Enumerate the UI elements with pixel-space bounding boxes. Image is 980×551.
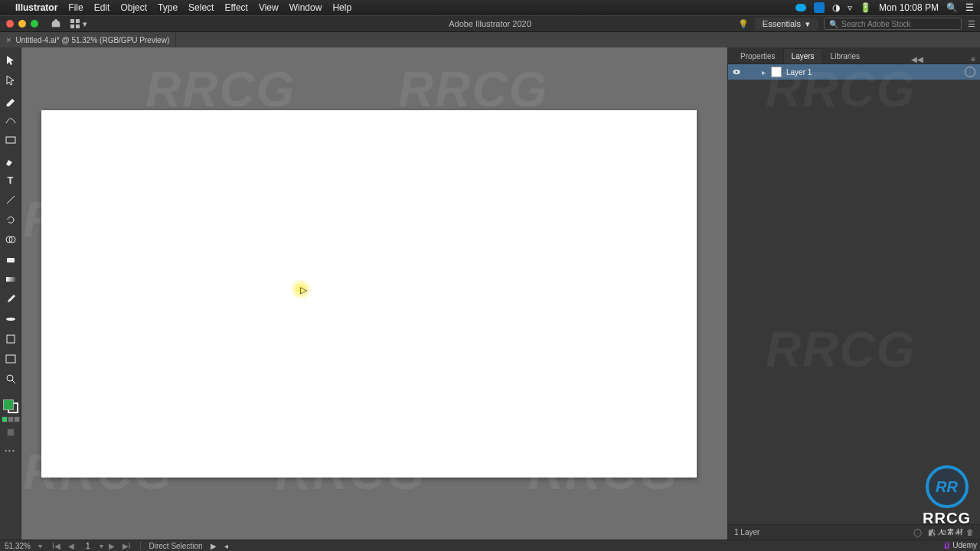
- fill-color[interactable]: [3, 399, 14, 410]
- search-icon: 🔍: [829, 20, 838, 28]
- fill-stroke-swatch[interactable]: [3, 399, 18, 413]
- menu-effect[interactable]: Effect: [224, 2, 247, 13]
- artboard-tool[interactable]: [2, 350, 20, 368]
- artboard-navigation: I◀ ◀ ▾ ▶ ▶I: [50, 542, 133, 550]
- tab-layers[interactable]: Layers: [783, 48, 823, 64]
- menu-object[interactable]: Object: [120, 2, 147, 13]
- document-tab[interactable]: × Untitled-4.ai* @ 51.32% (RGB/GPU Previ…: [0, 32, 176, 47]
- workspace-switcher[interactable]: Essentials ▾: [755, 18, 818, 31]
- menu-help[interactable]: Help: [332, 2, 351, 13]
- target-layer-icon[interactable]: [965, 67, 975, 77]
- new-sublayer-icon[interactable]: ⧉: [941, 528, 946, 537]
- delete-layer-icon[interactable]: 🗑: [966, 528, 974, 536]
- tab-properties[interactable]: Properties: [733, 49, 783, 64]
- layer-row[interactable]: ▸ Layer 1: [728, 64, 980, 80]
- pen-tool[interactable]: [2, 91, 20, 109]
- locate-object-icon[interactable]: ◯: [913, 528, 922, 536]
- svg-rect-12: [6, 355, 15, 363]
- curvature-tool[interactable]: [2, 111, 20, 129]
- artboard-index-input[interactable]: [80, 542, 96, 550]
- svg-rect-8: [7, 258, 15, 262]
- visibility-toggle-icon[interactable]: [728, 67, 745, 77]
- rotate-tool[interactable]: [2, 210, 20, 229]
- zoom-level[interactable]: 51.32%: [5, 542, 31, 550]
- document-tab-label: Untitled-4.ai* @ 51.32% (RGB/GPU Preview…: [15, 36, 169, 44]
- stock-search-placeholder: Search Adobe Stock: [841, 20, 911, 28]
- edit-toolbar-button[interactable]: •••: [5, 447, 15, 454]
- private-mode-icon[interactable]: ◑: [832, 2, 840, 13]
- rectangle-tool[interactable]: [2, 131, 20, 149]
- zoom-tool[interactable]: [2, 370, 20, 388]
- layer-thumbnail: [771, 67, 782, 77]
- adobe-stock-search[interactable]: 🔍 Search Adobe Stock: [824, 18, 962, 30]
- menu-view[interactable]: View: [259, 2, 279, 13]
- fullscreen-window-button[interactable]: [31, 20, 38, 28]
- make-clipping-mask-icon[interactable]: ◧: [928, 528, 935, 536]
- artboard-dropdown-icon[interactable]: ▾: [100, 542, 103, 550]
- layers-panel-body[interactable]: [728, 80, 980, 524]
- shape-builder-tool[interactable]: [2, 230, 20, 249]
- clock[interactable]: Mon 10:08 PM: [879, 2, 939, 13]
- last-artboard-button[interactable]: ▶I: [120, 542, 133, 550]
- free-transform-tool[interactable]: [2, 330, 20, 348]
- current-tool-label[interactable]: Direct Selection: [149, 542, 202, 550]
- menubar-right: ◑ ▿ 🔋 Mon 10:08 PM 🔍 ☰: [795, 2, 974, 13]
- arrange-documents-dropdown[interactable]: ▾: [70, 19, 87, 29]
- home-icon[interactable]: [51, 18, 61, 30]
- menu-select[interactable]: Select: [188, 2, 214, 13]
- app-name[interactable]: Illustrator: [15, 2, 57, 13]
- control-center-icon[interactable]: ☰: [965, 2, 974, 13]
- svg-line-14: [12, 380, 15, 383]
- layer-count: 1 Layer: [734, 528, 760, 536]
- canvas-area[interactable]: ▷: [21, 47, 727, 540]
- svg-rect-1: [76, 19, 80, 23]
- menu-window[interactable]: Window: [289, 2, 322, 13]
- svg-point-10: [6, 318, 15, 321]
- macos-menubar: Illustrator File Edit Object Type Select…: [0, 0, 980, 15]
- next-artboard-button[interactable]: ▶: [106, 542, 117, 550]
- new-layer-icon[interactable]: ＋: [952, 527, 960, 538]
- screen-mode-button[interactable]: [7, 429, 15, 436]
- battery-icon[interactable]: 🔋: [860, 2, 871, 13]
- spotlight-icon[interactable]: 🔍: [946, 2, 958, 13]
- wifi-dropdown-icon[interactable]: ▿: [848, 2, 852, 13]
- eyedropper-tool[interactable]: [2, 290, 20, 308]
- menu-type[interactable]: Type: [158, 2, 178, 13]
- paintbrush-tool[interactable]: [2, 151, 20, 169]
- draw-mode-switcher[interactable]: [2, 416, 20, 422]
- svg-rect-4: [6, 137, 15, 143]
- layer-name[interactable]: Layer 1: [786, 68, 812, 77]
- panel-collapse-icon[interactable]: ◀◀: [906, 55, 928, 64]
- line-segment-tool[interactable]: [2, 191, 20, 209]
- first-artboard-button[interactable]: I◀: [50, 542, 63, 550]
- gradient-tool[interactable]: [2, 270, 20, 289]
- menu-file[interactable]: File: [68, 2, 83, 13]
- discover-icon[interactable]: 💡: [738, 19, 749, 29]
- panel-tabs: Properties Layers Libraries ◀◀ ≡: [728, 47, 980, 64]
- artboard[interactable]: [41, 110, 697, 478]
- tab-libraries[interactable]: Libraries: [823, 49, 867, 64]
- app-title: Adobe Illustrator 2020: [449, 19, 531, 28]
- status-divider: [140, 542, 141, 549]
- creative-cloud-icon[interactable]: [814, 2, 825, 13]
- prev-artboard-button[interactable]: ◀: [66, 542, 77, 550]
- minimize-window-button[interactable]: [18, 20, 26, 28]
- expand-layer-icon[interactable]: ▸: [762, 68, 771, 77]
- zoom-dropdown-icon[interactable]: ▾: [38, 542, 42, 550]
- cursor-icon: ▷: [300, 285, 307, 295]
- eraser-tool[interactable]: [2, 250, 20, 269]
- chevron-down-icon: ▾: [805, 19, 810, 29]
- close-tab-icon[interactable]: ×: [6, 35, 11, 44]
- status-nav-button[interactable]: ▶: [211, 542, 217, 550]
- svg-rect-0: [70, 19, 74, 23]
- menu-edit[interactable]: Edit: [94, 2, 110, 13]
- panel-menu-icon[interactable]: ≡: [966, 55, 980, 64]
- status-menu-button[interactable]: ◂: [224, 542, 228, 550]
- panel-menu-icon[interactable]: ☰: [968, 19, 975, 29]
- direct-selection-tool[interactable]: [2, 71, 20, 90]
- type-tool[interactable]: T: [2, 171, 20, 189]
- width-tool[interactable]: [2, 310, 20, 328]
- close-window-button[interactable]: [6, 20, 14, 28]
- selection-tool[interactable]: [2, 51, 20, 70]
- cloud-sync-icon[interactable]: [795, 4, 806, 11]
